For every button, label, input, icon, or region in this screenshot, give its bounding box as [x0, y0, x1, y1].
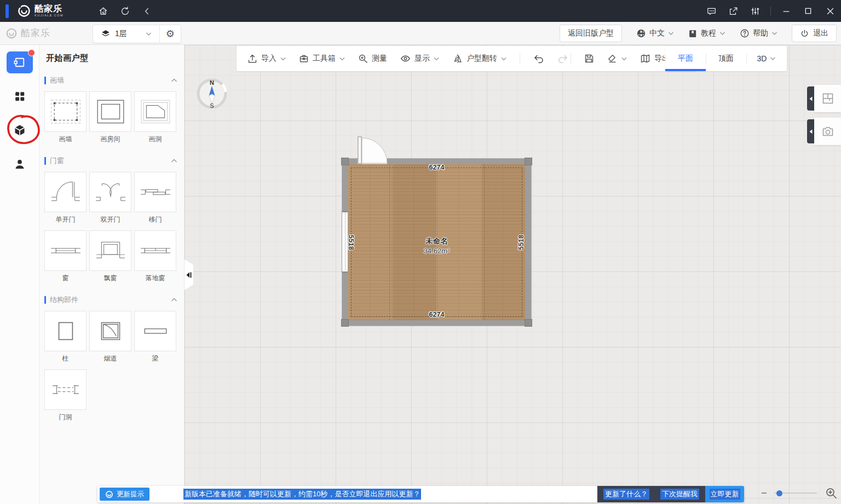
zoom-in-icon[interactable]: [825, 486, 838, 500]
toolbar-separator: [520, 53, 520, 64]
share-button[interactable]: [722, 0, 744, 22]
logo-icon: [18, 4, 31, 18]
tool-item-draw-room[interactable]: 画房间: [89, 91, 131, 144]
measure-label: 测量: [372, 54, 387, 63]
draw-opening-icon: [134, 91, 176, 132]
floor-selector[interactable]: 1层: [93, 25, 159, 43]
section-header-structure[interactable]: 结构部件: [44, 295, 177, 305]
zoom-out-button[interactable]: [762, 493, 767, 494]
tool-item-bay-window[interactable]: 飘窗: [89, 230, 131, 283]
tab-ceiling-view[interactable]: 顶面: [706, 46, 746, 71]
wall-corner[interactable]: [341, 319, 349, 327]
refresh-button[interactable]: [114, 0, 136, 22]
tool-panel: 开始画户型 画墙 画墙: [39, 45, 185, 504]
apps-icon: [14, 90, 26, 102]
logo-subtitle: KUJIALE.COM: [34, 14, 64, 18]
flip-label: 户型翻转: [466, 54, 497, 63]
import-button[interactable]: 导入: [247, 54, 286, 63]
tool-item-label: 移门: [134, 215, 176, 224]
exit-button[interactable]: 退出: [792, 25, 837, 42]
tab-3d-view[interactable]: 3D: [746, 46, 787, 71]
door-opening-icon: [44, 369, 87, 410]
flyout-floorplan-preview: [807, 85, 841, 112]
maximize-button[interactable]: [797, 0, 819, 22]
book-icon: [688, 29, 698, 38]
tutorial-menu[interactable]: 教程: [688, 28, 725, 38]
update-now-button[interactable]: 立即更新: [705, 486, 744, 502]
tool-item-door-opening[interactable]: 门洞: [44, 369, 87, 422]
tool-item-draw-wall[interactable]: 画墙: [44, 91, 87, 144]
tool-item-label: 梁: [134, 354, 176, 363]
tool-item-column[interactable]: 柱: [44, 311, 87, 363]
chevron-down-icon: [339, 57, 345, 61]
close-icon: [826, 7, 835, 16]
single-door[interactable]: [355, 132, 389, 166]
nav-back-button[interactable]: [136, 0, 158, 22]
tool-item-single-door[interactable]: 单开门: [44, 172, 87, 224]
section-header-doors-windows[interactable]: 门窗: [44, 156, 177, 166]
tool-item-label: 飘窗: [89, 274, 131, 283]
remind-later-button[interactable]: 下次提醒我: [660, 489, 699, 500]
titlebar: 酷家乐 KUJIALE.COM: [0, 0, 841, 22]
back-to-old-version-button[interactable]: 返回旧版户型: [560, 25, 622, 42]
compass[interactable]: N S: [196, 78, 228, 109]
tool-item-label: 落地窗: [134, 274, 176, 283]
minimize-button[interactable]: [775, 0, 797, 22]
canvas[interactable]: 导入 工具箱 测量: [185, 45, 841, 504]
bay-window-icon: [89, 230, 131, 271]
app-logo: 酷家乐 KUJIALE.COM: [18, 4, 64, 18]
section-accent-bar: [44, 77, 46, 84]
save-button[interactable]: [584, 54, 594, 63]
undo-button[interactable]: [533, 54, 544, 63]
toolbox-button[interactable]: 工具箱: [299, 54, 345, 63]
double-door-icon: [89, 172, 131, 212]
gear-icon: ⚙: [166, 28, 175, 40]
tool-item-draw-opening[interactable]: 画洞: [134, 91, 176, 144]
exit-label: 退出: [813, 28, 828, 38]
flip-floorplan-button[interactable]: 户型翻转: [452, 54, 506, 63]
chevron-down-icon: [770, 56, 776, 61]
tool-item-floor-window[interactable]: 落地窗: [134, 230, 176, 283]
nav-forward-button[interactable]: [92, 0, 114, 22]
flyout-collapse-tab[interactable]: [807, 86, 814, 111]
panel-title: 开始画户型: [46, 53, 184, 63]
tab-plan-view[interactable]: 平面: [665, 46, 706, 71]
tool-item-double-door[interactable]: 双开门: [89, 172, 131, 224]
save-icon: [584, 54, 594, 63]
flyout-collapse-tab[interactable]: [807, 119, 814, 143]
tool-item-window[interactable]: 窗: [44, 230, 87, 283]
toolbox-label: 工具箱: [313, 54, 336, 63]
chevron-down-icon: [719, 31, 725, 36]
floorplan[interactable]: 6274 6274 5518 5518 未命名 34.62m²: [342, 159, 531, 326]
tool-item-beam[interactable]: 梁: [134, 311, 176, 363]
measure-icon: [358, 54, 368, 63]
sidebar-item-draw-floorplan[interactable]: [7, 51, 33, 73]
update-notification-bar: 更新提示 新版本已准备就绪，随时可以更新，约需10秒，是否立即退出应用以更新？ …: [97, 486, 744, 502]
language-menu[interactable]: 中文: [636, 28, 674, 38]
settings-button[interactable]: [744, 0, 766, 22]
titlebar-separator: [770, 7, 771, 15]
sidebar-item-3d-cube[interactable]: [9, 119, 31, 141]
share-icon: [728, 6, 739, 16]
zoom-slider-handle[interactable]: [776, 490, 782, 496]
eraser-button[interactable]: [607, 54, 627, 63]
sidebar-item-user[interactable]: [9, 153, 31, 175]
measure-button[interactable]: 测量: [358, 54, 387, 63]
whats-new-button[interactable]: 更新了什么？: [603, 489, 649, 500]
zoom-slider[interactable]: [774, 493, 817, 494]
tool-item-sliding-door[interactable]: 移门: [134, 172, 176, 224]
wall-corner[interactable]: [525, 319, 532, 327]
section-header-draw-wall[interactable]: 画墙: [44, 76, 177, 85]
toolbar-separator: [571, 53, 571, 64]
snapshot-button[interactable]: [814, 118, 841, 145]
floorplan-preview-button[interactable]: [814, 85, 841, 112]
feedback-button[interactable]: [700, 0, 722, 22]
sidebar-item-apps[interactable]: [9, 85, 31, 107]
display-button[interactable]: 显示: [400, 54, 439, 63]
close-button[interactable]: [819, 0, 841, 22]
flip-icon: [452, 54, 463, 63]
tool-item-flue[interactable]: 烟道: [89, 311, 131, 363]
floor-settings-button[interactable]: ⚙: [160, 25, 181, 43]
help-menu[interactable]: 帮助: [740, 28, 777, 38]
room-label[interactable]: 未命名 34.62m²: [342, 236, 531, 255]
